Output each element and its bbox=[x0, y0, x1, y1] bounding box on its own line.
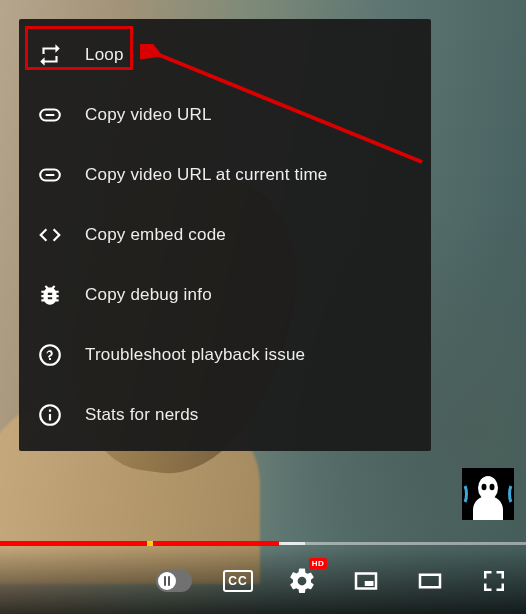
menu-item-copy-url-time[interactable]: Copy video URL at current time bbox=[19, 145, 431, 205]
autoplay-toggle[interactable] bbox=[156, 563, 192, 599]
menu-item-copy-debug[interactable]: Copy debug info bbox=[19, 265, 431, 325]
miniplayer-button[interactable] bbox=[348, 563, 384, 599]
link-icon bbox=[37, 162, 63, 188]
player-controls: CC HD bbox=[0, 548, 526, 614]
menu-item-label: Copy video URL bbox=[85, 105, 212, 125]
subtitles-button[interactable]: CC bbox=[220, 563, 256, 599]
context-menu: Loop Copy video URL Copy video URL at cu… bbox=[19, 19, 431, 451]
menu-item-loop[interactable]: Loop bbox=[19, 25, 431, 85]
menu-item-label: Troubleshoot playback issue bbox=[85, 345, 305, 365]
menu-item-label: Stats for nerds bbox=[85, 405, 199, 425]
progress-ad-marker bbox=[147, 541, 153, 546]
fullscreen-button[interactable] bbox=[476, 563, 512, 599]
fullscreen-icon bbox=[479, 566, 509, 596]
menu-item-label: Loop bbox=[85, 45, 124, 65]
progress-buffered bbox=[279, 542, 305, 545]
menu-item-troubleshoot[interactable]: Troubleshoot playback issue bbox=[19, 325, 431, 385]
theater-icon bbox=[415, 566, 445, 596]
video-player: Loop Copy video URL Copy video URL at cu… bbox=[0, 0, 526, 614]
embed-icon bbox=[37, 222, 63, 248]
svg-point-4 bbox=[490, 484, 495, 490]
bug-icon bbox=[37, 282, 63, 308]
gear-icon bbox=[287, 566, 317, 596]
menu-item-label: Copy embed code bbox=[85, 225, 226, 245]
settings-button[interactable]: HD bbox=[284, 563, 320, 599]
hd-badge: HD bbox=[309, 558, 327, 569]
progress-bar[interactable] bbox=[0, 540, 526, 546]
menu-item-label: Copy debug info bbox=[85, 285, 212, 305]
menu-item-copy-url[interactable]: Copy video URL bbox=[19, 85, 431, 145]
miniplayer-icon bbox=[351, 566, 381, 596]
help-icon bbox=[37, 342, 63, 368]
progress-played bbox=[0, 541, 279, 546]
svg-point-3 bbox=[482, 484, 487, 490]
channel-avatar[interactable] bbox=[462, 468, 514, 520]
menu-item-stats[interactable]: Stats for nerds bbox=[19, 385, 431, 445]
link-icon bbox=[37, 102, 63, 128]
cc-label: CC bbox=[228, 574, 247, 588]
info-icon bbox=[37, 402, 63, 428]
menu-item-label: Copy video URL at current time bbox=[85, 165, 328, 185]
menu-item-copy-embed[interactable]: Copy embed code bbox=[19, 205, 431, 265]
theater-button[interactable] bbox=[412, 563, 448, 599]
loop-icon bbox=[37, 42, 63, 68]
